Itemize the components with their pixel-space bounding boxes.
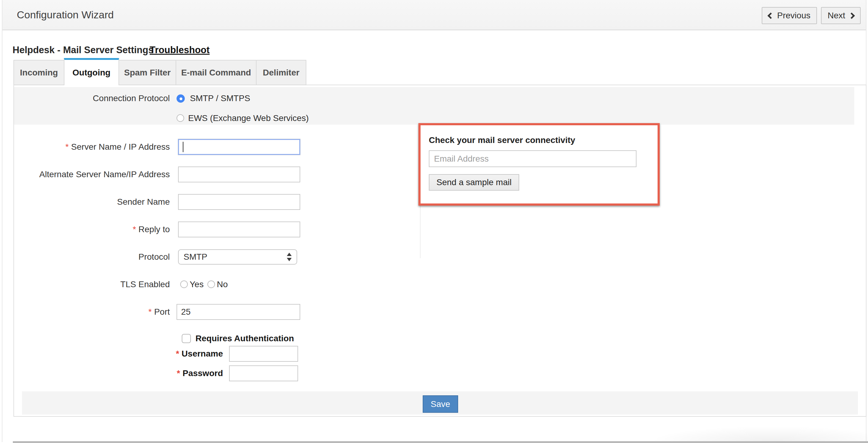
tab-incoming-label: Incoming — [20, 68, 58, 78]
previous-button[interactable]: Previous — [762, 7, 817, 24]
text-caret — [183, 142, 184, 152]
connectivity-panel-title: Check your mail server connectivity — [429, 135, 575, 145]
next-button[interactable]: Next — [821, 7, 861, 24]
tab-outgoing-label: Outgoing — [72, 68, 110, 78]
chevron-left-icon — [767, 12, 774, 19]
previous-button-label: Previous — [777, 11, 811, 21]
required-asterisk: * — [132, 225, 136, 234]
required-asterisk: * — [65, 142, 69, 151]
required-asterisk: * — [177, 368, 180, 378]
card-left-border — [2, 0, 2, 442]
window-bottom-bar — [13, 441, 868, 443]
tls-enabled-label: TLS Enabled — [13, 276, 170, 292]
save-button[interactable]: Save — [423, 395, 458, 413]
next-button-label: Next — [828, 11, 845, 21]
port-input[interactable] — [177, 304, 300, 320]
reply-to-input[interactable] — [178, 222, 300, 237]
tls-no-radio[interactable] — [207, 280, 215, 288]
configuration-wizard-page: Configuration Wizard Previous Next Helpd… — [0, 0, 868, 443]
password-input[interactable] — [229, 365, 298, 381]
ews-radio-label[interactable]: EWS (Exchange Web Services) — [188, 110, 309, 126]
tab-spam-filter-label: Spam Filter — [124, 68, 170, 78]
connection-protocol-label: Connection Protocol — [13, 90, 170, 106]
port-label: *Port — [13, 304, 170, 320]
username-label: *Username — [13, 346, 223, 362]
tab-delimiter[interactable]: Delimiter — [256, 60, 306, 85]
background-shade — [550, 423, 868, 441]
tls-no-label[interactable]: No — [217, 276, 228, 292]
smtp-smtps-radio-label[interactable]: SMTP / SMTPS — [190, 90, 250, 106]
protocol-select-value: SMTP — [184, 252, 207, 262]
sender-name-label: Sender Name — [13, 194, 170, 210]
tab-outgoing[interactable]: Outgoing — [64, 58, 119, 85]
email-address-input[interactable] — [429, 150, 637, 167]
section-title: Helpdesk - Mail Server Settings — [12, 45, 154, 56]
requires-authentication-label[interactable]: Requires Authentication — [195, 334, 294, 343]
server-name-input[interactable] — [178, 139, 300, 155]
tab-email-command[interactable]: E-mail Command — [176, 60, 256, 85]
required-asterisk: * — [176, 349, 179, 358]
tab-incoming[interactable]: Incoming — [13, 60, 64, 85]
tab-email-command-label: E-mail Command — [181, 68, 251, 78]
mail-connectivity-panel: Check your mail server connectivity Send… — [418, 123, 660, 206]
tab-bar: Incoming Outgoing Spam Filter E-mail Com… — [13, 58, 306, 85]
alternate-server-label: Alternate Server Name/IP Address — [13, 167, 170, 182]
reply-to-label: *Reply to — [13, 222, 170, 237]
required-asterisk: * — [149, 307, 152, 317]
tls-yes-radio[interactable] — [180, 280, 188, 288]
sender-name-input[interactable] — [178, 194, 300, 210]
username-input[interactable] — [229, 346, 298, 362]
ews-radio[interactable] — [177, 114, 184, 122]
tls-yes-label[interactable]: Yes — [190, 276, 204, 292]
send-sample-mail-button[interactable]: Send a sample mail — [429, 174, 519, 190]
requires-authentication-checkbox[interactable] — [182, 334, 191, 343]
protocol-select[interactable]: SMTP — [178, 249, 297, 265]
alternate-server-input[interactable] — [178, 167, 300, 182]
protocol-label: Protocol — [13, 249, 170, 265]
chevron-right-icon — [848, 12, 855, 19]
password-label: *Password — [13, 365, 223, 381]
server-name-label: *Server Name / IP Address — [13, 139, 170, 155]
select-arrows-icon — [287, 253, 292, 261]
smtp-smtps-radio[interactable] — [177, 94, 185, 102]
tab-spam-filter[interactable]: Spam Filter — [119, 60, 176, 85]
tab-delimiter-label: Delimiter — [263, 68, 300, 78]
troubleshoot-link[interactable]: Troubleshoot — [150, 45, 210, 56]
page-title: Configuration Wizard — [17, 0, 114, 30]
app-header: Configuration Wizard Previous Next — [2, 0, 866, 30]
